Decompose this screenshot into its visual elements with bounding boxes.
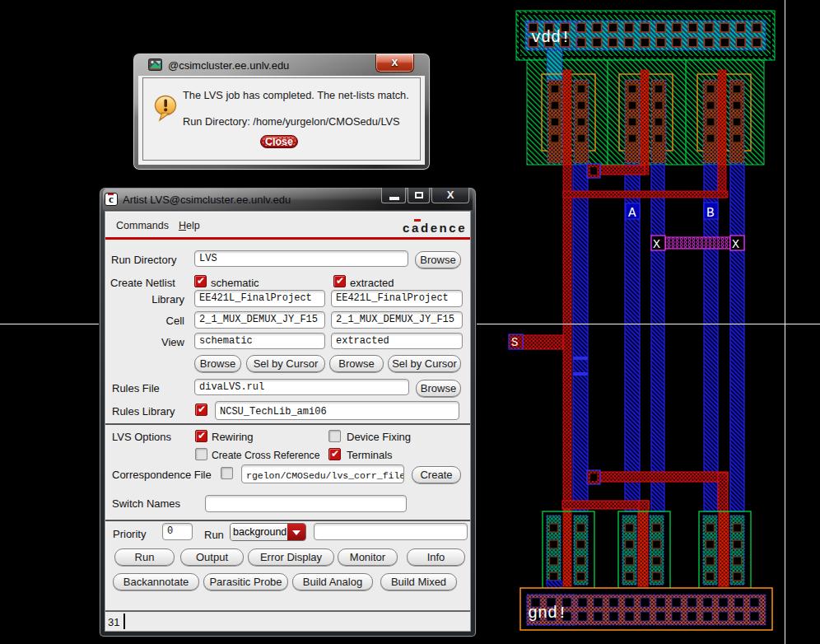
svg-text:B: B bbox=[706, 206, 715, 221]
svg-text:X: X bbox=[732, 238, 739, 252]
svg-text:A: A bbox=[628, 206, 636, 221]
svg-text:S: S bbox=[511, 336, 518, 349]
svg-text:vdd!: vdd! bbox=[531, 28, 571, 47]
svg-text:X: X bbox=[653, 238, 660, 252]
svg-text:gnd!: gnd! bbox=[528, 604, 567, 623]
